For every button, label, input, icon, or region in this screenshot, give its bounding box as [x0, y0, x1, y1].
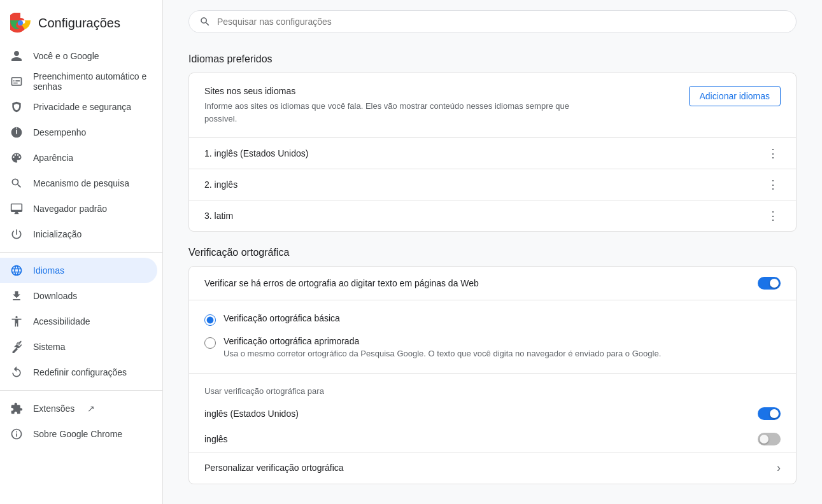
sidebar-item-label-you-google: Você e o Google [33, 51, 99, 61]
spellcheck-lang2-text: inglês [204, 434, 228, 444]
sidebar-title: Configurações [38, 16, 120, 31]
spellcheck-main-slider [758, 277, 781, 290]
radio-enhanced-sublabel: Usa o mesmo corretor ortográfico da Pesq… [223, 347, 661, 360]
sidebar-item-default-browser[interactable]: Navegador padrão [0, 196, 157, 221]
spellcheck-lang1-text: inglês (Estados Unidos) [204, 409, 299, 419]
sidebar-item-autofill[interactable]: Preenchimento automático e senhas [0, 69, 157, 94]
sidebar-nav: Você e o Google Preenchimento automático… [0, 43, 162, 447]
spellcheck-lang1-slider [758, 407, 781, 420]
sidebar-item-privacy[interactable]: Privacidade e segurança [0, 94, 157, 120]
use-spellcheck-label: Usar verificação ortográfica para [204, 386, 324, 396]
radio-enhanced-row: Verificação ortográfica aprimorada Usa o… [204, 331, 781, 365]
sidebar-item-about[interactable]: Sobre Google Chrome [0, 421, 157, 447]
palette-icon [10, 151, 23, 164]
sidebar-item-you-google[interactable]: Você e o Google [0, 43, 157, 69]
radio-basic-label-container: Verificação ortográfica básica [223, 313, 340, 323]
svg-point-1 [18, 20, 23, 25]
sidebar-item-label-extensions: Extensões [33, 403, 74, 414]
spellcheck-lang1-row: inglês (Estados Unidos) [189, 401, 796, 426]
preferred-languages-card: Sites nos seus idiomas Informe aos sites… [188, 73, 797, 232]
search-nav-icon [10, 177, 23, 190]
radio-basic[interactable] [204, 314, 216, 326]
radio-section: Verificação ortográfica básica Verificaç… [189, 300, 796, 373]
card-description: Informe aos sites os idiomas que você fa… [204, 100, 586, 125]
use-spellcheck-section: Usar verificação ortográfica para [189, 374, 796, 401]
sidebar-item-search[interactable]: Mecanismo de pesquisa [0, 171, 157, 196]
sidebar-item-reset[interactable]: Redefinir configurações [0, 360, 157, 385]
spellcheck-lang2-toggle[interactable] [758, 433, 781, 445]
spellcheck-section: Verificação ortográfica Verificar se há … [188, 247, 797, 484]
radio-enhanced-label-container: Verificação ortográfica aprimorada Usa o… [223, 336, 661, 360]
language-item-1-text: 1. inglês (Estados Unidos) [204, 148, 308, 158]
chevron-right-icon: › [777, 461, 781, 475]
search-input[interactable] [217, 17, 786, 27]
preferred-languages-section: Idiomas preferidos Sites nos seus idioma… [188, 53, 797, 232]
card-header-text: Sites nos seus idiomas Informe aos sites… [204, 86, 586, 125]
language-item-1: 1. inglês (Estados Unidos) ⋮ [189, 137, 796, 169]
sidebar-item-label-system: Sistema [33, 342, 66, 352]
globe-icon [10, 264, 23, 277]
sidebar-item-label-autofill: Preenchimento automático e senhas [33, 71, 147, 92]
language-item-2-menu[interactable]: ⋮ [765, 177, 781, 192]
nav-divider [0, 252, 162, 253]
badge-icon [10, 75, 23, 88]
sidebar-item-label-default-browser: Navegador padrão [33, 204, 107, 214]
sidebar-item-label-accessibility: Acessibilidade [33, 316, 90, 326]
shield-icon [10, 101, 23, 113]
radio-enhanced-label: Verificação ortográfica aprimorada [223, 336, 661, 346]
sidebar-item-label-downloads: Downloads [33, 291, 77, 301]
desktop-icon [10, 202, 23, 215]
sidebar-item-performance[interactable]: Desempenho [0, 120, 157, 145]
spellcheck-title: Verificação ortográfica [188, 247, 797, 258]
language-item-2-text: 2. inglês [204, 179, 237, 190]
sidebar-item-appearance[interactable]: Aparência [0, 145, 157, 171]
search-bar[interactable] [188, 10, 797, 33]
language-item-3-menu[interactable]: ⋮ [765, 208, 781, 223]
sidebar-item-label-about: Sobre Google Chrome [33, 429, 122, 439]
language-item-2: 2. inglês ⋮ [189, 169, 796, 200]
radio-enhanced[interactable] [204, 337, 216, 349]
sidebar-item-label-search: Mecanismo de pesquisa [33, 178, 129, 188]
spellcheck-main-toggle[interactable] [758, 277, 781, 290]
sidebar-item-label-languages: Idiomas [33, 265, 64, 276]
radio-basic-row: Verificação ortográfica básica [204, 308, 781, 331]
language-item-3-text: 3. latim [204, 211, 233, 221]
sidebar-item-label-startup: Inicialização [33, 229, 81, 239]
power-icon [10, 228, 23, 241]
wrench-icon [10, 340, 23, 353]
spellcheck-card: Verificar se há erros de ortografia ao d… [188, 266, 797, 484]
sidebar-item-label-appearance: Aparência [33, 153, 73, 163]
puzzle-icon [10, 402, 23, 415]
chrome-logo-icon [10, 13, 31, 33]
sidebar: Configurações Você e o Google Preenchime… [0, 0, 163, 504]
sidebar-item-label-reset: Redefinir configurações [33, 367, 127, 377]
nav-divider-2 [0, 390, 162, 391]
external-link-icon: ↗ [87, 403, 95, 414]
spellcheck-lang2-slider [758, 433, 781, 445]
spellcheck-main-toggle-row: Verificar se há erros de ortografia ao d… [189, 267, 796, 300]
sidebar-item-languages[interactable]: Idiomas [0, 258, 157, 283]
accessibility-icon [10, 315, 23, 328]
search-bar-wrapper [188, 0, 797, 38]
language-item-1-menu[interactable]: ⋮ [765, 146, 781, 161]
sidebar-item-system[interactable]: Sistema [0, 334, 157, 360]
card-title: Sites nos seus idiomas [204, 86, 586, 96]
preferred-languages-title: Idiomas preferidos [188, 53, 797, 65]
customize-spellcheck-row[interactable]: Personalizar verificação ortográfica › [189, 452, 796, 484]
spellcheck-lang2-row: inglês [189, 426, 796, 452]
use-spellcheck-header: Usar verificação ortográfica para [204, 379, 781, 398]
speed-icon [10, 126, 23, 139]
radio-basic-label: Verificação ortográfica básica [223, 313, 340, 323]
sidebar-item-accessibility[interactable]: Acessibilidade [0, 309, 157, 334]
sidebar-item-extensions[interactable]: Extensões ↗ [0, 396, 157, 421]
main-content: Idiomas preferidos Sites nos seus idioma… [163, 0, 822, 504]
info-icon [10, 428, 23, 440]
sidebar-header: Configurações [0, 5, 162, 43]
add-languages-button[interactable]: Adicionar idiomas [689, 86, 781, 106]
spellcheck-lang1-toggle[interactable] [758, 407, 781, 420]
sidebar-item-startup[interactable]: Inicialização [0, 221, 157, 247]
sidebar-item-label-privacy: Privacidade e segurança [33, 102, 131, 112]
reset-icon [10, 366, 23, 379]
download-icon [10, 290, 23, 302]
sidebar-item-downloads[interactable]: Downloads [0, 283, 157, 309]
